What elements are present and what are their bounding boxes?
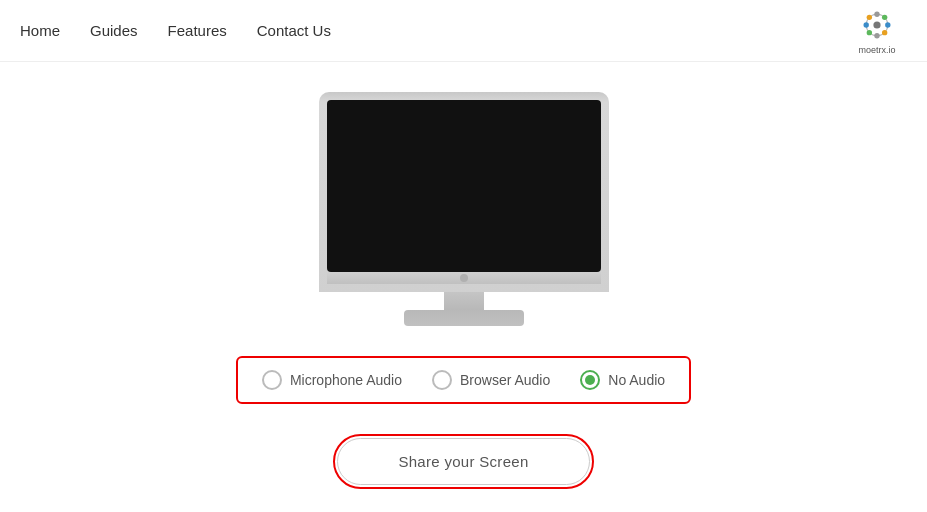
- svg-point-6: [882, 29, 887, 34]
- nav-contact[interactable]: Contact Us: [257, 22, 331, 39]
- monitor-chin: [327, 272, 601, 284]
- monitor-screen: [327, 100, 601, 272]
- audio-options-group: Microphone Audio Browser Audio No Audio: [236, 356, 691, 404]
- share-screen-button-wrap: Share your Screen: [333, 434, 593, 489]
- radio-noaudio[interactable]: [580, 370, 600, 390]
- nav-guides[interactable]: Guides: [90, 22, 138, 39]
- radio-browser[interactable]: [432, 370, 452, 390]
- svg-point-9: [873, 21, 880, 28]
- logo-text: moetrx.io: [858, 45, 895, 55]
- radio-microphone[interactable]: [262, 370, 282, 390]
- audio-label-noaudio: No Audio: [608, 372, 665, 388]
- svg-point-5: [867, 14, 872, 19]
- svg-point-3: [864, 22, 869, 27]
- monitor-base: [404, 310, 524, 326]
- svg-point-7: [882, 14, 887, 19]
- navbar: Home Guides Features Contact Us moetrx.i…: [0, 0, 927, 62]
- share-screen-button[interactable]: Share your Screen: [337, 438, 589, 485]
- monitor-neck: [444, 292, 484, 310]
- audio-label-browser: Browser Audio: [460, 372, 550, 388]
- svg-point-1: [874, 11, 879, 16]
- audio-label-microphone: Microphone Audio: [290, 372, 402, 388]
- monitor-body: [319, 92, 609, 292]
- radio-noaudio-inner: [585, 375, 595, 385]
- audio-option-microphone[interactable]: Microphone Audio: [262, 370, 402, 390]
- svg-point-2: [874, 33, 879, 38]
- nav-features[interactable]: Features: [168, 22, 227, 39]
- audio-option-noaudio[interactable]: No Audio: [580, 370, 665, 390]
- svg-point-4: [885, 22, 890, 27]
- svg-point-8: [867, 29, 872, 34]
- audio-option-browser[interactable]: Browser Audio: [432, 370, 550, 390]
- monitor-dot: [460, 274, 468, 282]
- nav-links: Home Guides Features Contact Us: [20, 22, 331, 39]
- main-content: Microphone Audio Browser Audio No Audio …: [0, 62, 927, 489]
- logo: moetrx.io: [847, 6, 907, 56]
- monitor-illustration: [319, 92, 609, 326]
- nav-home[interactable]: Home: [20, 22, 60, 39]
